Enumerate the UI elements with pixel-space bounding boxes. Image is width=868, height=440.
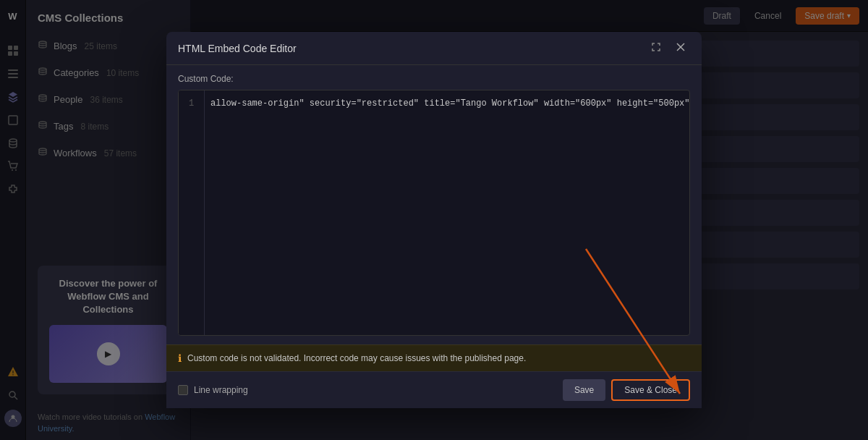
save-button[interactable]: Save	[563, 379, 605, 401]
modal-footer: Line wrapping Save Save & Close	[166, 371, 702, 408]
save-close-button[interactable]: Save & Close	[611, 379, 690, 401]
close-button[interactable]	[671, 41, 690, 56]
modal-header-actions	[647, 41, 690, 56]
line-wrap-label: Line wrapping	[194, 385, 248, 395]
modal-overlay: HTML Embed Code Editor Custom Code: 1 al…	[0, 0, 868, 440]
line-wrap-option: Line wrapping	[178, 385, 248, 395]
modal-title: HTML Embed Code Editor	[178, 43, 297, 54]
warning-icon: ℹ	[178, 352, 182, 364]
html-embed-modal: HTML Embed Code Editor Custom Code: 1 al…	[166, 32, 702, 408]
warning-text: Custom code is not validated. Incorrect …	[187, 353, 526, 363]
line-wrap-checkbox[interactable]	[178, 385, 188, 395]
modal-warning: ℹ Custom code is not validated. Incorrec…	[166, 344, 702, 371]
code-editor[interactable]: 1 allow-same-origin" security="restricte…	[178, 90, 690, 336]
code-content[interactable]: allow-same-origin" security="restricted"…	[205, 90, 689, 335]
code-line-1: allow-same-origin" security="restricted"…	[210, 96, 684, 111]
custom-code-label: Custom Code:	[178, 74, 690, 84]
line-numbers: 1	[179, 90, 205, 335]
expand-button[interactable]	[647, 41, 665, 56]
footer-buttons: Save Save & Close	[563, 379, 690, 401]
line-number-1: 1	[179, 96, 204, 111]
modal-body: Custom Code: 1 allow-same-origin" securi…	[166, 65, 702, 344]
modal-header: HTML Embed Code Editor	[166, 32, 702, 65]
